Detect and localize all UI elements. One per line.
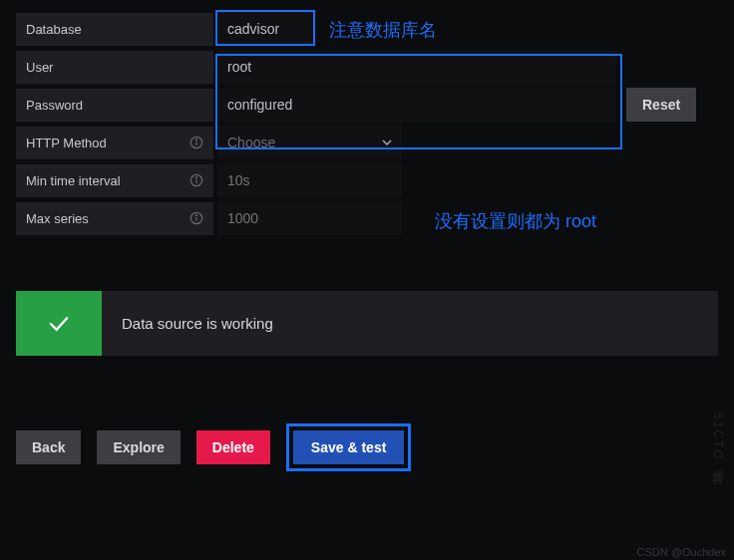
select-http-method[interactable]: Choose [217,126,402,159]
delete-button[interactable]: Delete [196,430,270,464]
highlight-box-save: Save & test [286,423,411,471]
status-banner: Data source is working [16,291,718,356]
chevron-down-icon [382,135,392,150]
row-http-method: HTTP Method Choose [16,126,718,159]
input-user[interactable] [217,50,616,84]
info-icon [189,211,203,225]
label-user: User [16,51,213,84]
watermark-side: 51CTO博客 [709,413,726,464]
svg-point-8 [195,215,196,216]
annotation-root: 没有设置则都为 root [435,209,596,233]
info-icon [189,173,203,187]
info-icon [189,136,203,149]
row-user: User [16,50,718,84]
svg-point-2 [195,140,196,140]
reset-button[interactable]: Reset [626,88,696,122]
save-test-button[interactable]: Save & test [293,430,404,464]
annotation-db: 注意数据库名 [329,18,437,42]
input-min-time-interval[interactable] [217,163,402,197]
status-message: Data source is working [102,291,293,356]
svg-point-5 [195,177,196,178]
check-icon [16,291,102,356]
input-password[interactable] [217,88,616,122]
row-password: Password Reset [16,88,718,122]
label-max-series: Max series [16,202,213,235]
input-database[interactable] [217,12,312,46]
label-min-time-interval: Min time interval [16,164,213,197]
label-password: Password [16,89,213,122]
explore-button[interactable]: Explore [97,430,180,464]
label-http-method: HTTP Method [16,127,213,159]
row-max-series: Max series [16,201,718,235]
back-button[interactable]: Back [16,430,81,464]
watermark-bottom: CSDN @Ouchdex [637,546,726,558]
row-min-time-interval: Min time interval [16,163,718,197]
action-bar: Back Explore Delete Save & test [0,356,734,471]
input-max-series[interactable] [217,201,402,235]
label-database: Database [16,13,213,46]
